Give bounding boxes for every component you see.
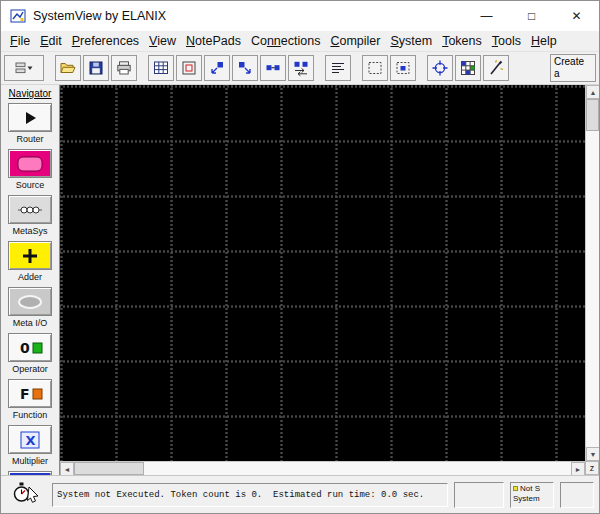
printer-icon: [115, 59, 133, 77]
run-system-button[interactable]: [6, 480, 46, 510]
menu-tools[interactable]: Tools: [487, 31, 526, 51]
status-indicator-icon: [513, 486, 518, 491]
open-folder-icon: [59, 59, 77, 77]
marquee-token-icon: [394, 59, 412, 77]
token-exchange-icon: [292, 59, 310, 77]
menu-preferences[interactable]: Preferences: [67, 31, 144, 51]
menu-system[interactable]: System: [385, 31, 437, 51]
palette-item-operator[interactable]: 0 Operator: [8, 333, 52, 374]
palette-item-source[interactable]: Source: [8, 149, 52, 190]
target-crosshair-button[interactable]: [427, 55, 453, 81]
minimize-button[interactable]: —: [464, 1, 509, 31]
palette-item-router[interactable]: Router: [8, 103, 52, 144]
palette-item-adder[interactable]: Adder: [8, 241, 52, 282]
create-token-button[interactable]: Create a: [550, 54, 596, 82]
create-token-label: Create a: [554, 56, 592, 79]
token-insert-left-button[interactable]: [204, 55, 230, 81]
menu-edit[interactable]: Edit: [35, 31, 67, 51]
token-insert-left-icon: [208, 59, 226, 77]
vertical-scroll-track[interactable]: [586, 99, 599, 447]
system-status-line2: System: [513, 494, 551, 504]
source-icon: [10, 152, 50, 176]
vertical-scroll-thumb[interactable]: [586, 99, 599, 131]
hand-stopwatch-icon: [11, 480, 41, 510]
grid-table-icon: [152, 59, 170, 77]
save-floppy-icon: [87, 59, 105, 77]
style-selector-icon: [15, 59, 33, 77]
token-insert-right-icon: [236, 59, 254, 77]
menu-compiler[interactable]: Compiler: [325, 31, 385, 51]
note-list-icon: [329, 59, 347, 77]
token-connect-button[interactable]: [260, 55, 286, 81]
svg-text:0: 0: [20, 340, 30, 356]
horizontal-scroll-track[interactable]: [74, 462, 571, 475]
note-list-button[interactable]: [325, 55, 351, 81]
menu-tokens[interactable]: Tokens: [437, 31, 487, 51]
system-status-panel: Not S System: [510, 482, 554, 508]
router-icon: [10, 106, 50, 130]
scroll-right-button[interactable]: ►: [571, 462, 585, 476]
color-grid-button[interactable]: [455, 55, 481, 81]
token-insert-right-button[interactable]: [232, 55, 258, 81]
titlebar[interactable]: SystemView by ELANIX — □ ✕: [1, 1, 599, 31]
navigator-header[interactable]: Navigator: [9, 88, 52, 99]
token-connect-icon: [264, 59, 282, 77]
multiplier-icon: X: [10, 428, 50, 452]
aux-status-panel-2: [560, 482, 594, 508]
app-icon: [10, 8, 26, 24]
toolbar: Create a: [1, 52, 599, 85]
main-area: Navigator Router Source MetaSys: [1, 85, 599, 475]
probe-pen-button[interactable]: [483, 55, 509, 81]
open-button[interactable]: [55, 55, 81, 81]
marquee-select-button[interactable]: [362, 55, 388, 81]
operator-icon: 0: [10, 336, 50, 360]
meta-io-icon: [10, 290, 50, 314]
menu-help[interactable]: Help: [526, 31, 562, 51]
menu-view[interactable]: View: [144, 31, 181, 51]
design-canvas[interactable]: [60, 85, 585, 461]
marquee-select-icon: [366, 59, 384, 77]
palette-item-meta-io[interactable]: Meta I/O: [8, 287, 52, 328]
window-title: SystemView by ELANIX: [33, 9, 166, 23]
function-icon: F: [10, 382, 50, 406]
svg-text:F: F: [20, 386, 30, 402]
window-controls: — □ ✕: [464, 1, 599, 31]
save-button[interactable]: [83, 55, 109, 81]
palette-item-multiplier[interactable]: X Multiplier: [8, 425, 52, 466]
print-button[interactable]: [111, 55, 137, 81]
statusbar: System not Executed. Token count is 0. E…: [1, 475, 599, 513]
probe-pen-icon: [487, 59, 505, 77]
app-window: SystemView by ELANIX — □ ✕ File Edit Pre…: [0, 0, 600, 514]
metasys-icon: [10, 198, 50, 222]
palette-item-metasys[interactable]: MetaSys: [8, 195, 52, 236]
token-frame-icon: [180, 59, 198, 77]
menu-notepads[interactable]: NotePads: [181, 31, 246, 51]
palette-item-function[interactable]: F Function: [8, 379, 52, 420]
svg-text:X: X: [26, 433, 36, 448]
adder-plus-icon: [10, 244, 50, 268]
token-exchange-button[interactable]: [288, 55, 314, 81]
color-grid-icon: [459, 59, 477, 77]
toolbar-style-selector-button[interactable]: [4, 55, 44, 81]
marquee-token-button[interactable]: [390, 55, 416, 81]
menu-connections[interactable]: Connections: [246, 31, 326, 51]
horizontal-scrollbar[interactable]: ◄ ►: [60, 461, 585, 475]
scroll-left-button[interactable]: ◄: [60, 462, 74, 476]
horizontal-scroll-thumb[interactable]: [74, 462, 144, 475]
zoom-corner-button[interactable]: z: [585, 461, 599, 475]
vertical-scrollbar[interactable]: ▲ ▼: [585, 85, 599, 461]
close-button[interactable]: ✕: [554, 1, 599, 31]
scroll-up-button[interactable]: ▲: [586, 85, 600, 99]
aux-status-panel-1: [454, 482, 504, 508]
token-frame-button[interactable]: [176, 55, 202, 81]
system-status-line1: Not S: [520, 484, 540, 493]
token-palette: Navigator Router Source MetaSys: [1, 85, 59, 475]
grid-table-button[interactable]: [148, 55, 174, 81]
scroll-down-button[interactable]: ▼: [586, 447, 600, 461]
canvas-area: ▲ ▼ ◄ ► z: [59, 85, 599, 475]
status-message: System not Executed. Token count is 0. E…: [52, 483, 448, 507]
target-crosshair-icon: [431, 59, 449, 77]
menu-file[interactable]: File: [5, 31, 35, 51]
maximize-button[interactable]: □: [509, 1, 554, 31]
menubar: File Edit Preferences View NotePads Conn…: [1, 31, 599, 52]
